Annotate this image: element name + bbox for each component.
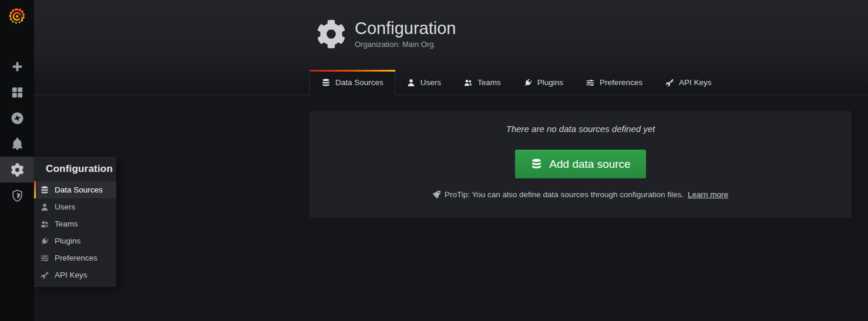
protip: ProTip: You can also define data sources… <box>433 190 728 199</box>
tab-plugins[interactable]: Plugins <box>512 70 574 95</box>
tab-label: Preferences <box>600 78 642 87</box>
flyout-item-data-sources[interactable]: Data Sources <box>34 181 116 198</box>
compass-icon <box>11 111 24 125</box>
flyout-menu: Data Sources Users Teams Plugins Prefere… <box>34 181 116 283</box>
protip-text: ProTip: You can also define data sources… <box>445 190 684 199</box>
sidebar-item-dashboards[interactable] <box>0 79 34 105</box>
page-body: There are no data sources defined yet Ad… <box>34 95 868 320</box>
sidebar-item-server-admin[interactable] <box>0 183 34 208</box>
sliders-icon <box>586 78 595 87</box>
bell-icon <box>11 137 24 151</box>
add-data-source-label: Add data source <box>549 158 630 171</box>
flyout-item-label: Preferences <box>55 254 97 262</box>
users-icon <box>463 78 473 87</box>
flyout-item-label: API Keys <box>55 271 88 279</box>
flyout-item-plugins[interactable]: Plugins <box>34 232 116 249</box>
gear-icon <box>11 163 24 177</box>
page-title: Configuration <box>355 19 456 38</box>
users-icon <box>40 219 49 229</box>
tab-data-sources[interactable]: Data Sources <box>309 70 395 95</box>
page-header: Configuration Organization: Main Org. Da… <box>34 0 868 95</box>
page-subtitle: Organization: Main Org. <box>355 40 456 49</box>
sidebar-item-alerting[interactable] <box>0 131 34 157</box>
tab-users[interactable]: Users <box>395 70 452 95</box>
flyout-item-teams[interactable]: Teams <box>34 215 116 232</box>
flyout-item-users[interactable]: Users <box>34 198 116 215</box>
grafana-logo-icon[interactable] <box>0 0 34 33</box>
flyout-item-label: Teams <box>55 219 78 228</box>
tab-bar: Data Sources Users Teams Plugins Prefere… <box>309 70 722 95</box>
flyout-title: Configuration <box>34 157 116 181</box>
sidebar-item-configuration[interactable] <box>0 157 34 183</box>
plug-icon <box>523 78 533 87</box>
sidebar <box>0 0 34 321</box>
sidebar-item-create[interactable] <box>0 53 34 79</box>
tab-label: API Keys <box>679 78 712 87</box>
database-icon <box>40 185 49 195</box>
sidebar-items <box>0 53 34 208</box>
tab-preferences[interactable]: Preferences <box>574 70 654 95</box>
user-icon <box>406 78 416 87</box>
empty-state-panel: There are no data sources defined yet Ad… <box>309 111 852 218</box>
database-icon <box>321 78 331 87</box>
flyout-item-label: Data Sources <box>55 185 103 194</box>
flyout-item-label: Plugins <box>55 236 80 245</box>
flyout-item-label: Users <box>55 202 75 211</box>
tab-label: Data Sources <box>335 78 383 87</box>
key-icon <box>40 271 49 280</box>
add-data-source-button[interactable]: Add data source <box>515 150 645 178</box>
key-icon <box>665 78 674 87</box>
plug-icon <box>40 236 49 246</box>
tab-label: Plugins <box>537 78 563 87</box>
tab-label: Users <box>420 78 441 87</box>
plus-icon <box>11 60 24 73</box>
database-icon <box>530 158 543 170</box>
user-icon <box>40 202 49 212</box>
configuration-flyout: Configuration Data Sources Users Teams P… <box>34 157 116 287</box>
shield-icon <box>11 189 24 202</box>
tab-api-keys[interactable]: API Keys <box>654 70 723 95</box>
tab-label: Teams <box>477 78 501 87</box>
sidebar-item-explore[interactable] <box>0 105 34 131</box>
rocket-icon <box>433 191 440 198</box>
grafana-app: Configuration Data Sources Users Teams P… <box>0 0 868 321</box>
apps-grid-icon <box>11 86 24 99</box>
flyout-item-api-keys[interactable]: API Keys <box>34 266 116 283</box>
sliders-icon <box>40 254 49 263</box>
tab-teams[interactable]: Teams <box>452 70 512 95</box>
learn-more-link[interactable]: Learn more <box>688 190 728 199</box>
main-area: Configuration Organization: Main Org. Da… <box>34 0 868 321</box>
gear-icon <box>317 19 346 49</box>
empty-message: There are no data sources defined yet <box>506 124 655 134</box>
flyout-item-preferences[interactable]: Preferences <box>34 249 116 266</box>
